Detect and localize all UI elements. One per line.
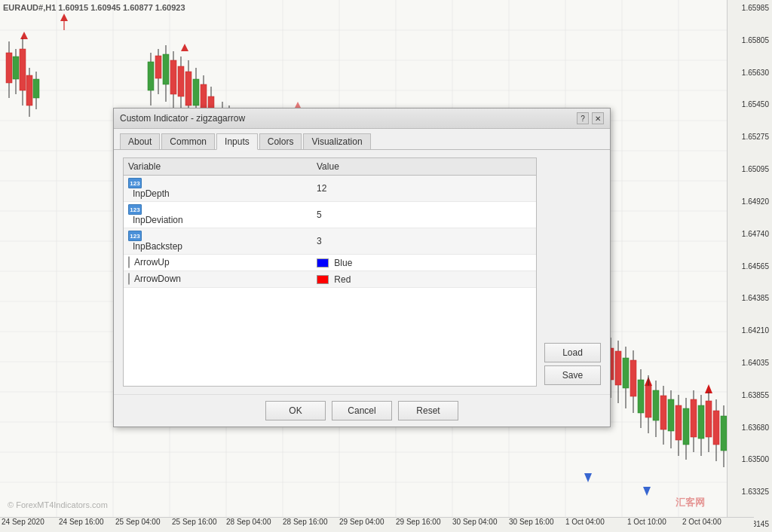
inputs-table: Variable Value 123 InpDepth 12 123 InpDe… xyxy=(123,157,537,387)
svg-rect-38 xyxy=(26,75,32,105)
save-button[interactable]: Save xyxy=(544,365,601,385)
table-row[interactable]: ArrowUp Blue xyxy=(124,255,536,271)
table-row[interactable]: ArrowDown Red xyxy=(124,271,536,288)
price-label-5: 1.65275 xyxy=(731,133,769,141)
indicator-dialog: Custom Indicator - zigzagarrow ? ✕ About… xyxy=(113,108,611,427)
svg-rect-48 xyxy=(163,54,169,84)
price-label-2: 1.65805 xyxy=(731,36,769,44)
dialog-footer: OK Cancel Reset xyxy=(114,394,610,427)
svg-rect-36 xyxy=(20,49,26,90)
svg-rect-120 xyxy=(698,405,704,439)
svg-rect-98 xyxy=(615,351,621,385)
table-row[interactable]: 123 InpBackstep 3 xyxy=(124,228,536,255)
row-arrowup-value: Blue xyxy=(317,257,532,268)
price-label-11: 1.64210 xyxy=(731,326,769,335)
price-label-15: 1.63500 xyxy=(731,455,769,463)
price-label-12: 1.64035 xyxy=(731,359,769,367)
price-axis: 1.65985 1.65805 1.65630 1.65450 1.65275 … xyxy=(727,0,772,532)
svg-marker-42 xyxy=(181,44,188,51)
dialog-tabs: About Common Inputs Colors Visualization xyxy=(114,129,610,150)
color-swatch-blue xyxy=(317,258,329,268)
tab-common[interactable]: Common xyxy=(161,133,215,149)
watermark-right: 汇客网 xyxy=(676,496,705,509)
time-label-1: 24 Sep 2020 xyxy=(2,518,44,526)
tab-inputs[interactable]: Inputs xyxy=(216,133,258,150)
watermark-left: © ForexMT4Indicators.com xyxy=(8,500,108,509)
svg-marker-41 xyxy=(20,32,28,39)
svg-rect-104 xyxy=(638,380,644,413)
price-label-7: 1.64920 xyxy=(731,197,769,206)
tab-about[interactable]: About xyxy=(120,133,160,149)
price-label-14: 1.63680 xyxy=(731,423,769,432)
time-axis: 24 Sep 2020 24 Sep 16:00 25 Sep 04:00 25… xyxy=(0,517,754,532)
svg-rect-100 xyxy=(623,358,629,388)
time-label-3: 25 Sep 04:00 xyxy=(115,518,161,526)
time-label-6: 28 Sep 16:00 xyxy=(283,518,328,526)
reset-button[interactable]: Reset xyxy=(398,401,458,420)
time-label-8: 29 Sep 16:00 xyxy=(396,518,441,526)
svg-rect-126 xyxy=(721,416,727,451)
table-row[interactable]: 123 InpDeviation 5 xyxy=(124,202,536,228)
icon-123: 123 xyxy=(128,231,142,241)
svg-marker-83 xyxy=(584,473,592,482)
row-inpbackstep-value: 3 xyxy=(317,236,532,246)
time-label-4: 25 Sep 16:00 xyxy=(172,518,217,526)
svg-rect-118 xyxy=(691,399,697,437)
svg-rect-46 xyxy=(155,56,161,78)
color-label-red: Red xyxy=(334,274,351,285)
price-label-8: 1.64740 xyxy=(731,230,769,238)
load-button[interactable]: Load xyxy=(544,343,601,362)
row-inpdepth-value: 12 xyxy=(317,183,532,194)
row-arrowup-variable: ArrowUp xyxy=(128,257,317,268)
ok-button[interactable]: OK xyxy=(265,401,326,420)
time-label-13: 2 Oct 04:00 xyxy=(682,518,721,526)
time-label-9: 30 Sep 04:00 xyxy=(452,518,498,526)
svg-rect-112 xyxy=(668,399,674,431)
svg-rect-52 xyxy=(178,66,184,96)
svg-rect-108 xyxy=(653,390,659,420)
svg-rect-110 xyxy=(660,396,666,430)
table-row[interactable]: 123 InpDepth 12 xyxy=(124,176,536,202)
row-inpbackstep-variable: 123 InpBackstep xyxy=(128,231,317,252)
svg-rect-54 xyxy=(185,72,191,105)
svg-rect-56 xyxy=(193,79,199,105)
svg-rect-102 xyxy=(630,360,636,396)
time-label-5: 28 Sep 04:00 xyxy=(226,518,271,526)
icon-color xyxy=(128,256,130,268)
time-label-11: 1 Oct 04:00 xyxy=(565,518,605,526)
svg-rect-124 xyxy=(713,411,719,445)
table-empty-space xyxy=(124,288,536,386)
col-value-header: Value xyxy=(317,161,532,172)
svg-rect-40 xyxy=(33,79,39,98)
icon-123: 123 xyxy=(128,204,142,215)
dialog-title: Custom Indicator - zigzagarrow xyxy=(120,113,245,124)
price-label-13: 1.63855 xyxy=(731,391,769,399)
svg-marker-29 xyxy=(60,14,68,21)
dialog-close-button[interactable]: ✕ xyxy=(592,112,604,124)
time-label-7: 29 Sep 04:00 xyxy=(339,518,384,526)
time-label-12: 1 Oct 10:00 xyxy=(627,518,666,526)
price-label-16: 1.63325 xyxy=(731,488,769,496)
dialog-titlebar: Custom Indicator - zigzagarrow ? ✕ xyxy=(114,109,610,129)
svg-rect-116 xyxy=(683,408,689,445)
row-inpdeviation-variable: 123 InpDeviation xyxy=(128,204,317,225)
price-label-6: 1.65095 xyxy=(731,165,769,173)
svg-rect-114 xyxy=(676,405,682,440)
cancel-button[interactable]: Cancel xyxy=(332,401,392,420)
tab-colors[interactable]: Colors xyxy=(259,133,302,149)
tab-visualization[interactable]: Visualization xyxy=(303,133,370,149)
svg-rect-122 xyxy=(706,401,712,437)
col-variable-header: Variable xyxy=(128,161,317,172)
color-swatch-red xyxy=(317,275,329,284)
svg-rect-106 xyxy=(645,386,651,417)
svg-rect-58 xyxy=(201,84,207,111)
icon-color xyxy=(128,273,130,285)
dialog-controls: ? ✕ xyxy=(577,112,604,124)
svg-rect-32 xyxy=(6,53,12,83)
table-header: Variable Value xyxy=(124,158,536,176)
svg-rect-50 xyxy=(170,60,176,94)
svg-rect-44 xyxy=(148,62,154,90)
dialog-help-button[interactable]: ? xyxy=(577,112,589,124)
price-label-9: 1.64565 xyxy=(731,262,769,271)
dialog-content: Variable Value 123 InpDepth 12 123 InpDe… xyxy=(114,150,610,394)
